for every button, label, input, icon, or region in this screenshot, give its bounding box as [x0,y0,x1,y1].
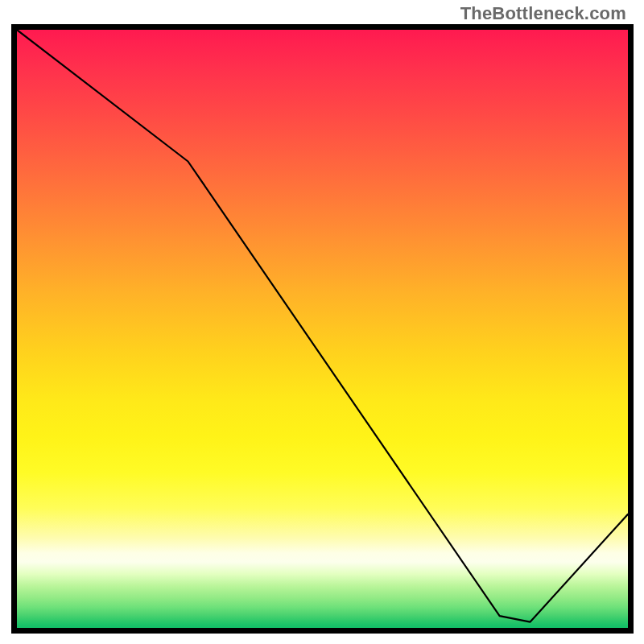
data-curve [17,30,628,622]
chart-line-layer [17,30,628,628]
chart-stage: TheBottleneck.com [0,0,644,644]
plot-area [11,24,634,634]
watermark-text: TheBottleneck.com [460,3,626,24]
